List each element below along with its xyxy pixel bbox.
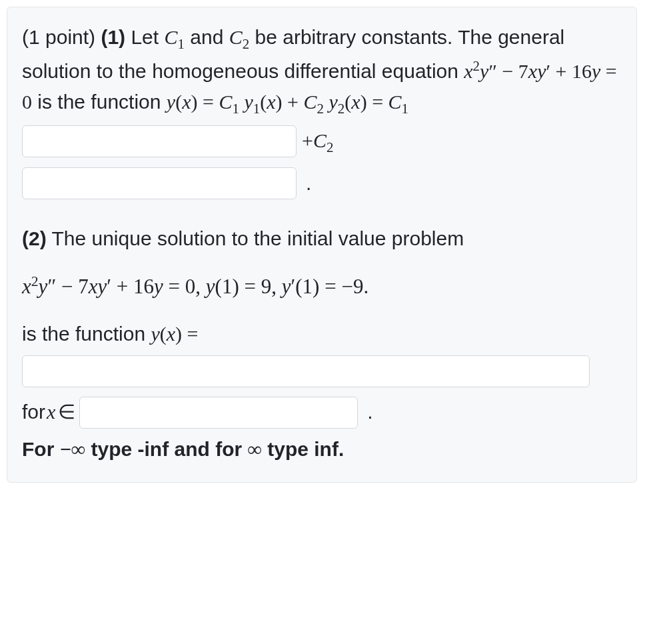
period: . bbox=[367, 397, 372, 428]
ivp-equation: x2y″ − 7xy′ + 16y = 0, y(1) = 9, y′(1) =… bbox=[22, 271, 622, 303]
y-of-x-equals: y(x) = bbox=[151, 323, 198, 345]
txt: is the function bbox=[22, 323, 151, 345]
part1-number: (1) bbox=[101, 26, 125, 48]
neg-infinity: −∞ bbox=[60, 438, 85, 460]
yx-input-row bbox=[22, 355, 622, 387]
pos-infinity: ∞ bbox=[247, 438, 261, 460]
y2-input-row: . bbox=[22, 167, 622, 199]
domain-row: for x ∈ . bbox=[22, 397, 622, 429]
domain-input[interactable] bbox=[79, 397, 358, 429]
infinity-hint: For −∞ type -inf and for ∞ type inf. bbox=[22, 434, 622, 465]
c1-var: C1 bbox=[164, 26, 185, 48]
period: . bbox=[306, 168, 311, 199]
part2-number: (2) bbox=[22, 227, 47, 249]
yx-input[interactable] bbox=[22, 355, 590, 387]
for-label: for bbox=[22, 397, 45, 428]
plus-c2: +C2 bbox=[302, 125, 333, 159]
problem-card: (1 point) (1) Let C1 and C2 be arbitrary… bbox=[7, 7, 637, 483]
part2-lead: (2) The unique solution to the initial v… bbox=[22, 223, 622, 255]
general-solution-lhs: y(x) = C1 y1(x) + C2 y2(x) = C1 bbox=[167, 91, 408, 113]
c2-var: C2 bbox=[229, 26, 250, 48]
points-label: (1 point) bbox=[22, 26, 101, 48]
y2-input[interactable] bbox=[22, 167, 297, 199]
txt: The unique solution to the initial value… bbox=[47, 227, 464, 249]
y1-input[interactable] bbox=[22, 125, 297, 157]
txt: Let bbox=[125, 26, 164, 48]
y1-input-row: +C2 bbox=[22, 125, 622, 159]
part1-paragraph: (1 point) (1) Let C1 and C2 be arbitrary… bbox=[22, 22, 622, 120]
part2-isthefunction: is the function y(x) = bbox=[22, 319, 622, 350]
x-var: x bbox=[47, 397, 55, 428]
txt: is the function bbox=[32, 91, 167, 113]
txt: and bbox=[185, 26, 229, 48]
element-of: ∈ bbox=[58, 397, 75, 428]
